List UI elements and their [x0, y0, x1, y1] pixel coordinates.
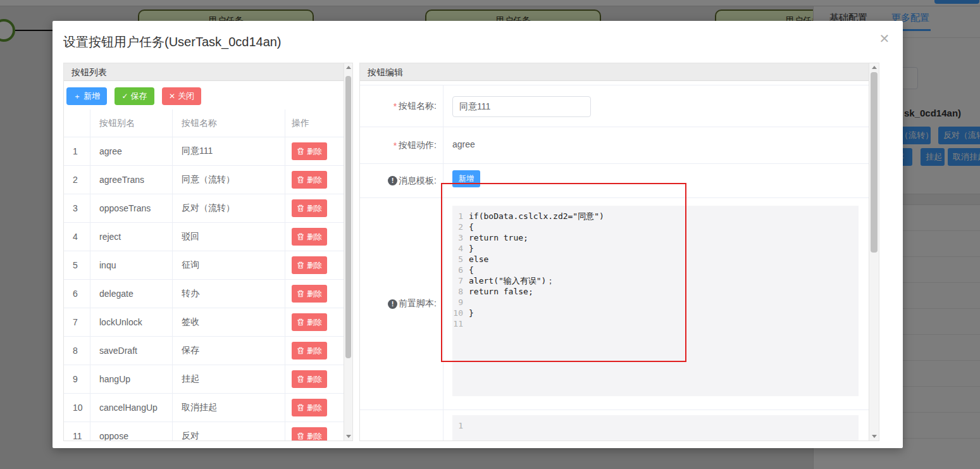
message-template-label: ! 消息模板: — [360, 164, 443, 197]
close-list-button[interactable]: ✕关闭 — [162, 87, 201, 105]
trash-icon — [297, 176, 304, 184]
table-row: 4 reject 驳回 删除 — [64, 223, 344, 251]
button-list-toolbar: ＋新增 ✓保存 ✕关闭 — [64, 81, 344, 109]
table-row: 2 agreeTrans 同意（流转） 删除 — [64, 166, 344, 194]
button-edit-header: 按钮编辑 — [360, 63, 869, 81]
scroll-down-icon[interactable] — [344, 432, 352, 441]
col-alias: 按钮别名 — [90, 109, 173, 137]
pre-script-label: ! 前置脚本: — [360, 198, 443, 410]
table-row: 7 lockUnlock 签收 删除 — [64, 308, 344, 337]
row-alias: inqu — [90, 251, 173, 279]
row-name: 驳回 — [173, 223, 285, 251]
row-alias: oppose — [90, 422, 173, 441]
row-alias: saveDraft — [90, 337, 173, 365]
scrollbar-thumb[interactable] — [871, 72, 878, 253]
row-alias: hangUp — [90, 365, 173, 393]
left-panel-scrollbar[interactable] — [344, 63, 352, 441]
row-name: 反对 — [173, 422, 285, 441]
save-button[interactable]: ✓保存 — [115, 87, 154, 105]
trash-icon — [297, 375, 304, 383]
row-index: 1 — [64, 137, 90, 165]
row-alias: lockUnlock — [90, 308, 173, 336]
trash-icon — [297, 204, 304, 212]
delete-button[interactable]: 删除 — [292, 427, 327, 441]
table-row: 10 cancelHangUp 取消挂起 删除 — [64, 394, 344, 422]
row-index: 11 — [64, 422, 90, 441]
delete-button[interactable]: 删除 — [292, 228, 327, 246]
plus-icon: ＋ — [73, 92, 81, 101]
right-panel-scrollbar[interactable] — [869, 63, 879, 441]
delete-button[interactable]: 删除 — [292, 313, 327, 331]
table-row: 6 delegate 转办 删除 — [64, 280, 344, 308]
delete-button[interactable]: 删除 — [292, 342, 327, 360]
row-name: 转办 — [173, 280, 285, 308]
add-template-button[interactable]: 新增 — [452, 170, 480, 187]
usertask-button-dialog: 设置按钮用户任务(UserTask_0cd14an) ✕ 按钮列表 ＋新增 ✓保… — [53, 21, 903, 448]
row-index: 5 — [64, 251, 90, 279]
row-name: 取消挂起 — [173, 394, 285, 422]
row-index: 9 — [64, 365, 90, 393]
check-icon: ✓ — [121, 92, 128, 101]
table-row: 11 oppose 反对 删除 — [64, 422, 344, 441]
required-mark: * — [394, 101, 397, 111]
table-row: 3 opposeTrans 反对（流转） 删除 — [64, 194, 344, 223]
row-alias: agreeTrans — [90, 166, 173, 194]
scrollbar-thumb[interactable] — [345, 76, 351, 358]
table-row: 1 agree 同意111 删除 — [64, 137, 344, 166]
info-icon: ! — [388, 176, 397, 185]
post-script-editor[interactable]: 1 — [452, 415, 859, 441]
dialog-title: 设置按钮用户任务(UserTask_0cd14an) — [63, 34, 282, 51]
table-row: 9 hangUp 挂起 删除 — [64, 365, 344, 394]
row-index: 6 — [64, 280, 90, 308]
scroll-up-icon[interactable] — [344, 63, 352, 72]
pre-script-editor[interactable]: 1if(boData.cslclx.zd2="同意") 2{ 3return t… — [452, 206, 859, 396]
scroll-up-icon[interactable] — [869, 63, 879, 72]
col-ops: 操作 — [285, 109, 344, 137]
row-alias: reject — [90, 223, 173, 251]
row-alias: agree — [90, 137, 173, 165]
action-label: * 按钮动作: — [360, 127, 443, 163]
delete-button[interactable]: 删除 — [292, 399, 327, 416]
button-edit-panel: 按钮编辑 * 按钮名称: * 按钮动作: — [359, 63, 879, 441]
post-script-label — [360, 410, 443, 441]
trash-icon — [297, 147, 304, 155]
button-list-header: 按钮列表 — [64, 63, 344, 81]
row-index: 10 — [64, 394, 90, 422]
row-name: 反对（流转） — [173, 194, 285, 222]
button-table: 按钮别名 按钮名称 操作 1 agree 同意111 删除 2 agreeTra… — [64, 109, 344, 441]
delete-button[interactable]: 删除 — [292, 142, 327, 160]
delete-button[interactable]: 删除 — [292, 171, 327, 189]
button-name-input[interactable] — [452, 96, 591, 117]
delete-button[interactable]: 删除 — [292, 256, 327, 274]
row-index: 4 — [64, 223, 90, 251]
row-index: 2 — [64, 166, 90, 194]
table-header-row: 按钮别名 按钮名称 操作 — [64, 109, 344, 137]
scroll-down-icon[interactable] — [869, 432, 879, 441]
row-alias: opposeTrans — [90, 194, 173, 222]
trash-icon — [297, 318, 304, 326]
delete-button[interactable]: 删除 — [292, 370, 327, 388]
row-name: 征询 — [173, 251, 285, 279]
trash-icon — [297, 233, 304, 241]
row-index: 3 — [64, 194, 90, 222]
trash-icon — [297, 404, 304, 411]
delete-button[interactable]: 删除 — [292, 285, 327, 303]
button-list-panel: 按钮列表 ＋新增 ✓保存 ✕关闭 按钮别名 按钮名称 操作 — [63, 63, 353, 441]
close-icon[interactable]: ✕ — [877, 31, 892, 46]
col-name: 按钮名称 — [173, 109, 285, 137]
table-row: 5 inqu 征询 删除 — [64, 251, 344, 280]
row-name: 保存 — [173, 337, 285, 365]
required-mark: * — [394, 141, 397, 151]
info-icon: ! — [388, 299, 397, 309]
row-alias: cancelHangUp — [90, 394, 173, 422]
name-label: * 按钮名称: — [360, 85, 443, 127]
x-icon: ✕ — [169, 92, 175, 101]
row-name: 同意（流转） — [173, 166, 285, 194]
add-button[interactable]: ＋新增 — [66, 87, 107, 105]
trash-icon — [297, 432, 304, 440]
trash-icon — [297, 347, 304, 354]
delete-button[interactable]: 删除 — [292, 199, 327, 217]
table-row: 8 saveDraft 保存 删除 — [64, 337, 344, 365]
button-action-value: agree — [452, 139, 475, 149]
trash-icon — [297, 261, 304, 269]
